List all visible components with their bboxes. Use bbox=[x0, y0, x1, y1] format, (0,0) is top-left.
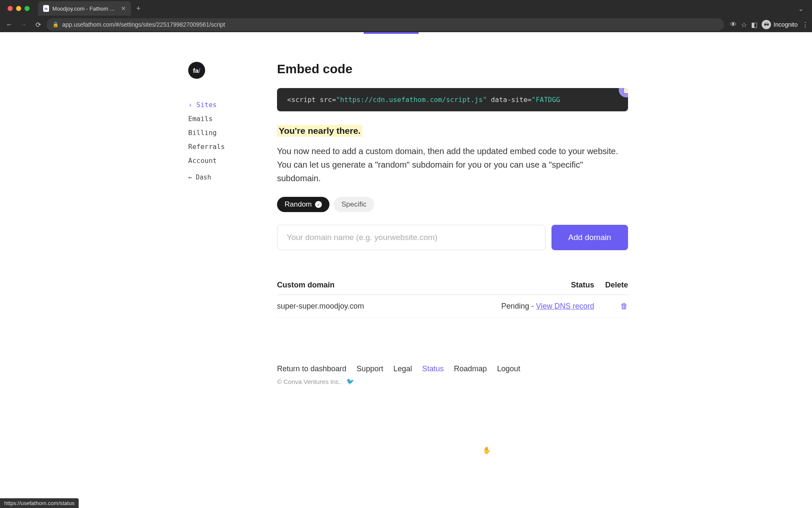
incognito-indicator[interactable]: 🕶 Incognito bbox=[762, 20, 798, 29]
eye-off-icon[interactable]: 👁 bbox=[730, 21, 737, 28]
copy-code-button[interactable]: 📋 bbox=[619, 88, 628, 97]
toggle-random[interactable]: Random ✓ bbox=[277, 197, 329, 212]
page-viewport: fa/ › Sites Emails Billing Referrals Acc… bbox=[0, 32, 812, 508]
cell-status: Pending - View DNS record bbox=[431, 295, 594, 318]
sidebar-dash-link[interactable]: ← Dash bbox=[188, 168, 277, 181]
browser-tab[interactable]: fa Moodjoy.com - Fathom Analyti ✕ bbox=[38, 1, 131, 16]
cell-delete: 🗑 bbox=[594, 295, 628, 318]
forward-button[interactable]: → bbox=[18, 19, 30, 30]
cell-domain: super-super.moodjoy.com bbox=[277, 295, 431, 318]
toggle-specific[interactable]: Specific bbox=[334, 197, 374, 212]
maximize-window-icon[interactable] bbox=[25, 6, 30, 11]
sidebar-item-emails[interactable]: Emails bbox=[188, 112, 277, 126]
col-status: Status bbox=[431, 276, 594, 295]
browser-status-bar: https://usefathom.com/status bbox=[0, 498, 79, 508]
embed-code-block[interactable]: <script src="https://cdn.usefathom.com/s… bbox=[277, 88, 628, 111]
sidebar: fa/ › Sites Emails Billing Referrals Acc… bbox=[146, 62, 277, 385]
sidebar-item-referrals[interactable]: Referrals bbox=[188, 140, 277, 154]
footer-return-dashboard[interactable]: Return to dashboard bbox=[277, 364, 346, 373]
footer-links: Return to dashboard Support Legal Status… bbox=[277, 364, 628, 373]
check-icon: ✓ bbox=[315, 201, 322, 208]
footer-logout[interactable]: Logout bbox=[497, 364, 520, 373]
bookmark-icon[interactable]: ☆ bbox=[741, 21, 747, 29]
twitter-icon[interactable]: 🐦 bbox=[346, 378, 354, 385]
new-tab-button[interactable]: + bbox=[136, 4, 141, 13]
cursor-icon: ✋ bbox=[483, 446, 491, 454]
footer-status[interactable]: Status bbox=[422, 364, 444, 373]
copyright: © Conva Ventures Inc. 🐦 bbox=[277, 378, 628, 385]
add-domain-button[interactable]: Add domain bbox=[551, 225, 628, 250]
main-content: Embed code <script src="https://cdn.usef… bbox=[277, 62, 628, 385]
logo[interactable]: fa/ bbox=[188, 62, 205, 79]
sidebar-item-account[interactable]: Account bbox=[188, 154, 277, 168]
clipboard-icon: 📋 bbox=[622, 88, 628, 94]
back-button[interactable]: ← bbox=[3, 19, 15, 30]
domain-input[interactable] bbox=[277, 225, 546, 250]
sidebar-item-billing[interactable]: Billing bbox=[188, 126, 277, 140]
url-text: app.usefathom.com/#/settings/sites/22517… bbox=[62, 21, 225, 28]
url-bar: ← → ⟳ 🔒 app.usefathom.com/#/settings/sit… bbox=[0, 17, 812, 32]
subdomain-toggle: Random ✓ Specific bbox=[277, 197, 628, 212]
incognito-icon: 🕶 bbox=[762, 20, 771, 29]
footer-support[interactable]: Support bbox=[357, 364, 383, 373]
footer-legal[interactable]: Legal bbox=[393, 364, 412, 373]
lock-icon: 🔒 bbox=[52, 22, 59, 28]
tab-title: Moodjoy.com - Fathom Analyti bbox=[52, 6, 116, 12]
col-domain: Custom domain bbox=[277, 276, 431, 295]
logo-text: fa/ bbox=[193, 67, 200, 74]
highlight-banner: You're nearly there. bbox=[277, 125, 362, 137]
loading-indicator bbox=[364, 32, 419, 34]
close-tab-icon[interactable]: ✕ bbox=[121, 5, 126, 12]
address-bar[interactable]: 🔒 app.usefathom.com/#/settings/sites/225… bbox=[47, 18, 724, 31]
trash-icon[interactable]: 🗑 bbox=[620, 302, 628, 310]
domains-table: Custom domain Status Delete super-super.… bbox=[277, 276, 628, 318]
window-controls bbox=[8, 6, 30, 11]
extensions-icon[interactable]: ◧ bbox=[751, 21, 757, 29]
footer-roadmap[interactable]: Roadmap bbox=[454, 364, 487, 373]
description-text: You now need to add a custom domain, the… bbox=[277, 144, 628, 185]
url-actions: 👁 ☆ ◧ 🕶 Incognito ⋮ bbox=[730, 20, 809, 29]
tab-favicon-icon: fa bbox=[43, 5, 49, 12]
menu-icon[interactable]: ⋮ bbox=[802, 21, 809, 29]
tab-bar: fa Moodjoy.com - Fathom Analyti ✕ + ⌄ bbox=[0, 0, 812, 17]
reload-button[interactable]: ⟳ bbox=[32, 19, 44, 30]
browser-chrome: fa Moodjoy.com - Fathom Analyti ✕ + ⌄ ← … bbox=[0, 0, 812, 32]
domain-form: Add domain bbox=[277, 225, 628, 250]
table-row: super-super.moodjoy.com Pending - View D… bbox=[277, 295, 628, 318]
minimize-window-icon[interactable] bbox=[16, 6, 21, 11]
expand-tabs-icon[interactable]: ⌄ bbox=[798, 5, 804, 13]
view-dns-link[interactable]: View DNS record bbox=[536, 302, 594, 310]
page-title: Embed code bbox=[277, 62, 628, 76]
close-window-icon[interactable] bbox=[8, 6, 13, 11]
col-delete: Delete bbox=[594, 276, 628, 295]
sidebar-item-sites[interactable]: › Sites bbox=[188, 98, 277, 112]
